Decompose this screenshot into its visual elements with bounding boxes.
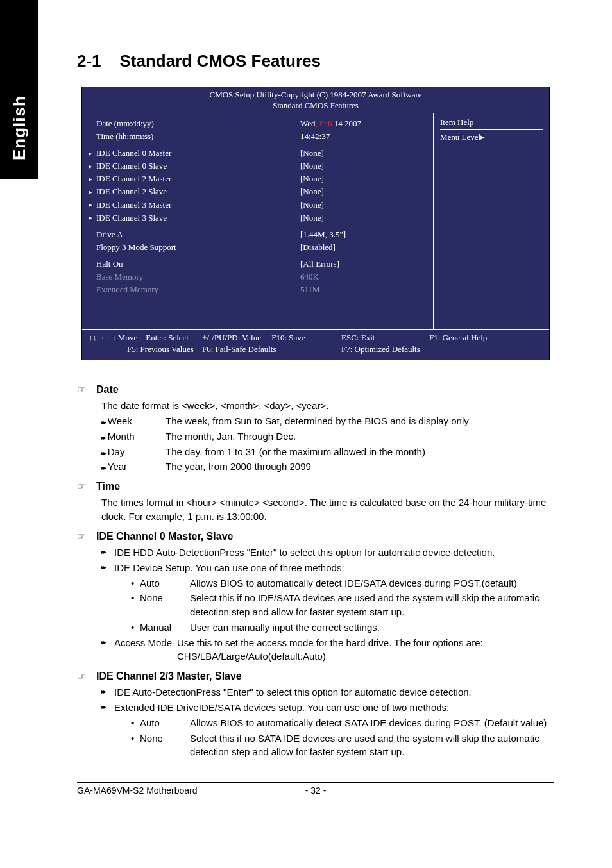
ide23-extdrive-lead: Extended IDE Drive [114,701,199,715]
def-desc: The day, from 1 to 31 (or the maximum al… [166,445,554,459]
bios-ide-value: [None] [262,199,427,212]
bios-halt-value: 511M [262,283,427,296]
bios-key-f7: F7: Optimized Defaults [316,344,543,356]
triangle-right-icon: ▸ [89,161,96,172]
bios-header-line1: CMOS Setup Utility-Copyright (C) 1984-20… [82,90,549,101]
bullet-term: Auto [140,716,190,730]
bios-footer: ↑↓→←: Move Enter: Select +/-/PU/PD: Valu… [82,329,549,360]
bullet-term: None [140,591,190,605]
def-desc: The month, Jan. Through Dec. [166,430,554,444]
bios-halt-value: [All Errors] [262,258,427,271]
heading-ide0: IDE Channel 0 Master, Slave [96,529,233,544]
bios-drive-value: [1.44M, 3.5"] [262,228,427,241]
bios-ide-label: IDE Channel 0 Slave [96,160,167,172]
def-desc: The week, from Sun to Sat, determined by… [166,414,554,428]
bullet-desc: Allows BIOS to automatically detect SATA… [190,716,554,730]
bios-drive-value: [Disabled] [262,241,427,254]
heading-ide23: IDE Channel 2/3 Master, Slave [96,669,242,683]
def-term: Month [101,430,166,444]
bios-ide-label: IDE Channel 3 Master [96,199,171,212]
section-heading: 2-1 Standard CMOS Features [77,51,554,71]
bios-halt-label: Extended Memory [96,283,158,296]
def-term: Year [101,460,166,474]
bios-ide-label: IDE Channel 0 Master [96,147,171,160]
bios-halt-value: 640K [262,271,427,283]
section-title-text: Standard CMOS Features [119,51,321,71]
bios-ide-value: [None] [262,160,427,172]
bios-ide-value: [None] [262,172,427,185]
section-number: 2-1 [77,51,101,71]
bios-key-f6: F6: Fail-Safe Defaults [202,344,316,356]
ide0-setup-line: IDE Device Setup. You can use one of thr… [114,561,554,575]
def-term: Week [101,414,166,428]
bullet-term: Auto [140,576,190,590]
footer-page-number: - 32 - [284,785,348,796]
bios-key-save: F10: Save [271,333,305,342]
heading-time: Time [96,479,120,494]
bios-key-f5: F5: Previous Values [89,344,202,356]
triangle-right-icon: ▸ [89,148,96,159]
bios-date-rest: 14 2007 [332,119,362,128]
bios-ide-value: [None] [262,212,427,224]
triangle-right-icon: ▸ [89,187,96,197]
bios-ide-value: [None] [262,185,427,198]
bios-time-value: 14:42:37 [262,130,427,143]
bios-screenshot: CMOS Setup Utility-Copyright (C) 1984-20… [81,87,550,360]
footer-model: GA-MA69VM-S2 Motherboard [77,785,284,796]
bios-ide-label: IDE Channel 2 Master [96,172,171,185]
page-footer: GA-MA69VM-S2 Motherboard - 32 - [77,782,554,796]
ide23-autodetect-rest: Press "Enter" to select this option for … [196,685,554,699]
bullet-desc: Select this if no IDE/SATA devices are u… [190,591,554,619]
triangle-right-icon: ▸ [89,212,96,223]
triangle-right-icon: ▸ [480,132,485,142]
bios-main-panel: Date (mm:dd:yy) Wed, Feb 14 2007 Time (h… [82,113,434,329]
triangle-right-icon: ▸ [89,174,96,185]
bios-key-value: +/-/PU/PD: Value [202,333,261,342]
heading-date: Date [96,382,119,397]
bios-date-month: , Feb [316,119,332,128]
def-term: Day [101,445,166,459]
bullet-desc: Allows BIOS to automatically detect IDE/… [190,576,554,590]
ide0-autodetect-lead: IDE HDD Auto-Detection [114,546,219,560]
bullet-term: None [140,731,190,746]
bios-ide-label: IDE Channel 2 Slave [96,185,167,198]
bios-ide-label: IDE Channel 3 Slave [96,212,167,224]
pointer-icon [77,479,96,494]
def-desc: The year, from 2000 through 2099 [166,460,554,474]
bios-key-select: Enter: Select [146,333,189,342]
bios-key-exit: ESC: Exit [341,333,375,342]
access-mode-desc: Use this to set the access mode for the … [177,636,554,664]
pointer-icon [77,669,96,683]
access-mode-term: Access Mode [114,636,177,650]
triangle-right-icon: ▸ [89,199,96,210]
bios-time-label: Time (hh:mm:ss) [96,130,153,143]
bios-date-week: Wed [300,119,316,128]
pointer-icon [77,529,96,544]
language-tab: English [0,0,38,179]
bios-key-help: F1: General Help [429,333,487,342]
bios-ide-value: [None] [262,147,427,160]
bios-header-line2: Standard CMOS Features [82,101,549,112]
ide23-autodetect-lead: IDE Auto-Detection [114,685,196,699]
bios-help-panel: Item Help Menu Level▸ [434,113,549,329]
bios-halt-label: Halt On [96,258,123,271]
bios-date-label: Date (mm:dd:yy) [96,117,154,130]
pointer-icon [77,382,96,397]
bios-key-move: ↑↓→←: Move [89,333,137,342]
bullet-desc: Select this if no SATA IDE devices are u… [190,731,554,760]
bios-help-title: Item Help [440,117,543,130]
bios-menu-level: Menu Level [440,132,480,142]
bios-drive-label: Floppy 3 Mode Support [96,241,176,254]
time-para: The times format in <hour> <minute> <sec… [77,496,554,524]
bullet-term: Manual [140,621,190,635]
date-intro: The date format is <week>, <month>, <day… [77,399,554,413]
ide23-extdrive-rest: IDE/SATA devices setup. You can use one … [199,701,554,715]
bios-halt-label: Base Memory [96,271,143,283]
bullet-desc: User can manually input the correct sett… [190,621,554,635]
bios-drive-label: Drive A [96,228,123,241]
ide0-autodetect-rest: Press "Enter" to select this option for … [219,546,554,560]
